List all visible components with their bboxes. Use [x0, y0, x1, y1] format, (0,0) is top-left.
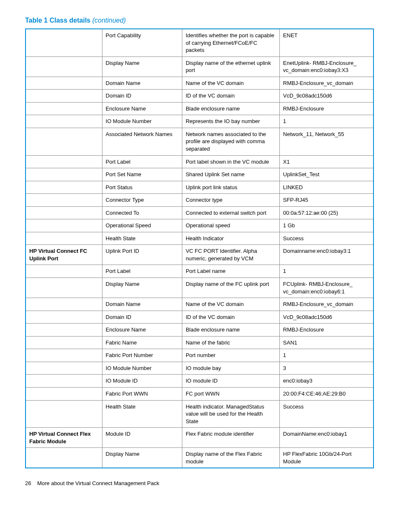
- table-cell: enc0:iobay3: [279, 375, 373, 388]
- table-cell: Enclosure Name: [102, 102, 182, 115]
- table-cell: [26, 448, 102, 468]
- table-cell: Success: [279, 400, 373, 428]
- table-cell: IO module bay: [182, 362, 279, 375]
- table-cell: HP FlexFabric 10Gb/24-Port Module: [279, 448, 373, 468]
- table-cell: Success: [279, 232, 373, 245]
- table-cell: Uplink port link status: [182, 181, 279, 194]
- table-cell: [26, 90, 102, 103]
- table-cell: [26, 324, 102, 337]
- table-cell: HP Virtual Connect FC Uplink Port: [26, 245, 102, 265]
- table-cell: Name of the fabric: [182, 336, 279, 349]
- table-cell: Operational Speed: [102, 219, 182, 232]
- table-cell: VcD_9c08adc150d6: [279, 311, 373, 324]
- table-cell: Display Name: [102, 448, 182, 468]
- table-cell: RMBJ-Enclosure_vc_domain: [279, 298, 373, 311]
- table-cell: Port Capability: [102, 29, 182, 57]
- table-cell: ID of the VC domain: [182, 90, 279, 103]
- table-cell: Display name of the ethernet uplink port: [182, 57, 279, 77]
- table-row: Port CapabilityIdentifies whether the po…: [26, 29, 373, 57]
- table-cell: [26, 336, 102, 349]
- table-row: Domain NameName of the VC domainRMBJ-Enc…: [26, 298, 373, 311]
- table-title: Table 1 Class details (continued): [25, 17, 374, 24]
- title-continued: (continued): [92, 17, 126, 24]
- table-cell: RMBJ-Enclosure_vc_domain: [279, 77, 373, 90]
- table-cell: Name of the VC domain: [182, 77, 279, 90]
- table-cell: [26, 181, 102, 194]
- table-cell: Fabric Port Number: [102, 349, 182, 362]
- table-cell: Connector Type: [102, 194, 182, 207]
- table-row: Display NameDisplay name of the Flex Fab…: [26, 448, 373, 468]
- table-cell: [26, 168, 102, 181]
- table-row: IO Module IDIO module IDenc0:iobay3: [26, 375, 373, 388]
- table-row: Operational SpeedOperational speed1 Gb: [26, 219, 373, 232]
- table-row: Domain NameName of the VC domainRMBJ-Enc…: [26, 77, 373, 90]
- table-cell: [26, 115, 102, 128]
- table-cell: [26, 155, 102, 168]
- table-cell: EnetUplink- RMBJ-Enclosure_ vc_domain:en…: [279, 57, 373, 77]
- table-cell: Display Name: [102, 278, 182, 298]
- table-cell: Health Indicator: [182, 232, 279, 245]
- table-cell: 1: [279, 115, 373, 128]
- table-cell: Network names associated to the profile …: [182, 128, 279, 155]
- footer-chapter: More about the Virtual Connect Managemen…: [37, 480, 159, 486]
- table-cell: Port Label: [102, 155, 182, 168]
- table-row: Display NameDisplay name of the ethernet…: [26, 57, 373, 77]
- table-row: Connector TypeConnector typeSFP-RJ45: [26, 194, 373, 207]
- table-cell: Blade enclosure name: [182, 324, 279, 337]
- table-cell: Flex Fabric module identifier: [182, 428, 279, 448]
- table-cell: 1: [279, 349, 373, 362]
- table-cell: [26, 387, 102, 400]
- table-cell: [26, 57, 102, 77]
- page-footer: 26 More about the Virtual Connect Manage…: [25, 480, 374, 486]
- table-row: Port LabelPort Label name1: [26, 265, 373, 278]
- table-cell: Shared Uplink Set name: [182, 168, 279, 181]
- table-cell: Display Name: [102, 57, 182, 77]
- table-cell: RMBJ-Enclosure: [279, 102, 373, 115]
- table-cell: ID of the VC domain: [182, 311, 279, 324]
- table-row: Health StateHealth indicator. ManagedSta…: [26, 400, 373, 428]
- table-cell: RMBJ-Enclosure: [279, 324, 373, 337]
- table-cell: Domain ID: [102, 311, 182, 324]
- table-cell: Health State: [102, 400, 182, 428]
- table-row: Port StatusUplink port link statusLINKED: [26, 181, 373, 194]
- table-cell: 3: [279, 362, 373, 375]
- table-cell: [26, 77, 102, 90]
- table-cell: FCUplink- RMBJ-Enclosure_ vc_domain:enc0…: [279, 278, 373, 298]
- table-cell: IO Module ID: [102, 375, 182, 388]
- table-cell: Enclosure Name: [102, 324, 182, 337]
- table-cell: Port Label: [102, 265, 182, 278]
- table-cell: [26, 265, 102, 278]
- table-cell: IO Module Number: [102, 115, 182, 128]
- table-cell: Connected to external switch port: [182, 206, 279, 219]
- class-details-table: Port CapabilityIdentifies whether the po…: [25, 28, 374, 468]
- title-prefix: Table 1 Class details: [25, 17, 90, 24]
- table-cell: [26, 278, 102, 298]
- table-cell: SFP-RJ45: [279, 194, 373, 207]
- table-cell: Domain Name: [102, 77, 182, 90]
- table-cell: LINKED: [279, 181, 373, 194]
- table-cell: Name of the VC domain: [182, 298, 279, 311]
- table-cell: [26, 29, 102, 57]
- table-cell: DomainName:enc0:iobay1: [279, 428, 373, 448]
- table-cell: Port Status: [102, 181, 182, 194]
- table-row: Fabric NameName of the fabricSAN1: [26, 336, 373, 349]
- table-cell: [26, 102, 102, 115]
- table-cell: Connected To: [102, 206, 182, 219]
- table-cell: Health State: [102, 232, 182, 245]
- table-cell: Display name of the FC uplink port: [182, 278, 279, 298]
- table-cell: IO Module Number: [102, 362, 182, 375]
- table-cell: VC FC PORT Identifier. Alpha numeric, ge…: [182, 245, 279, 265]
- table-cell: SAN1: [279, 336, 373, 349]
- table-cell: [26, 362, 102, 375]
- table-cell: Blade enclosure name: [182, 102, 279, 115]
- table-cell: Connector type: [182, 194, 279, 207]
- table-cell: VcD_9c08adc150d6: [279, 90, 373, 103]
- table-cell: [26, 298, 102, 311]
- table-cell: [26, 128, 102, 155]
- table-cell: [26, 232, 102, 245]
- table-cell: [26, 194, 102, 207]
- table-cell: [26, 311, 102, 324]
- table-row: Associated Network NamesNetwork names as…: [26, 128, 373, 155]
- table-cell: Represents the IO bay number: [182, 115, 279, 128]
- table-row: Fabric Port NumberPort number1: [26, 349, 373, 362]
